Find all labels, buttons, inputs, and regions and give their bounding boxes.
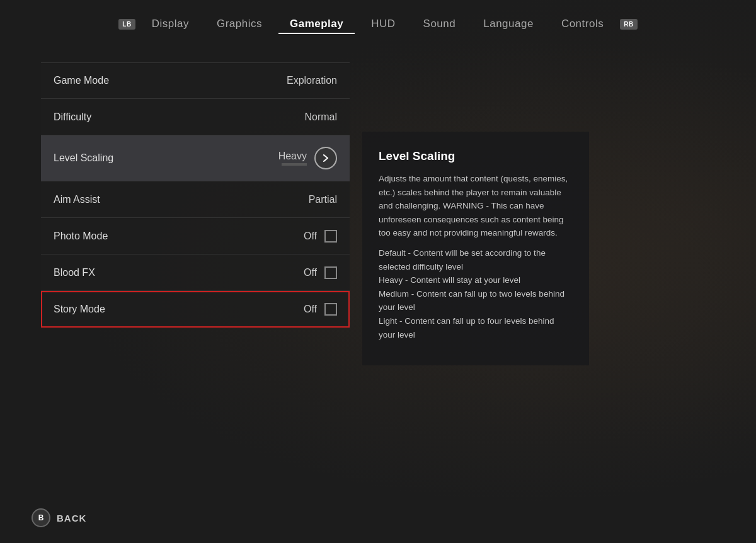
setting-value-difficulty: Normal (304, 111, 337, 123)
info-paragraph-1: Adjusts the amount that content (quests,… (379, 172, 573, 240)
setting-value-game-mode: Exploration (287, 75, 337, 86)
setting-label-aim-assist: Aim Assist (54, 194, 100, 205)
nav-bar: LB Display Graphics Gameplay HUD Sound L… (0, 0, 756, 43)
info-panel-text: Adjusts the amount that content (quests,… (379, 172, 573, 341)
settings-list: Game Mode Exploration Difficulty Normal … (41, 62, 350, 365)
setting-label-photo-mode: Photo Mode (54, 231, 108, 242)
setting-label-story-mode: Story Mode (54, 304, 105, 315)
setting-value-aim-assist: Partial (309, 194, 337, 205)
setting-row-story-mode[interactable]: Story Mode Off (41, 291, 350, 328)
setting-row-game-mode[interactable]: Game Mode Exploration (41, 62, 350, 99)
level-scaling-arrow-btn[interactable] (314, 147, 337, 169)
blood-fx-checkbox[interactable] (324, 266, 337, 279)
setting-row-aim-assist[interactable]: Aim Assist Partial (41, 181, 350, 218)
setting-row-blood-fx[interactable]: Blood FX Off (41, 254, 350, 291)
tab-gameplay[interactable]: Gameplay (278, 14, 355, 34)
tab-language[interactable]: Language (472, 14, 545, 34)
info-paragraph-2: Default - Content will be set according … (379, 246, 573, 341)
setting-label-level-scaling: Level Scaling (54, 152, 113, 164)
photo-mode-checkbox[interactable] (324, 230, 337, 243)
setting-label-difficulty: Difficulty (54, 111, 91, 123)
tab-display[interactable]: Display (140, 14, 200, 34)
setting-value-photo-mode: Off (304, 231, 317, 242)
setting-value-blood-fx: Off (304, 267, 317, 278)
tab-sound[interactable]: Sound (412, 14, 467, 34)
setting-value-area-blood-fx: Off (304, 266, 337, 279)
back-button-label: BACK (57, 513, 86, 523)
setting-row-difficulty[interactable]: Difficulty Normal (41, 99, 350, 135)
setting-value-area-story-mode: Off (304, 303, 337, 316)
setting-value-area-difficulty: Normal (304, 111, 337, 123)
tab-graphics[interactable]: Graphics (205, 14, 273, 34)
slider-indicator (282, 163, 307, 166)
tab-hud[interactable]: HUD (360, 14, 406, 34)
info-panel-title: Level Scaling (379, 149, 573, 163)
tab-controls[interactable]: Controls (550, 14, 615, 34)
right-bumper[interactable]: RB (620, 19, 637, 30)
setting-label-blood-fx: Blood FX (54, 267, 95, 278)
setting-value-area-photo-mode: Off (304, 230, 337, 243)
setting-value-story-mode: Off (304, 304, 317, 315)
setting-row-photo-mode[interactable]: Photo Mode Off (41, 218, 350, 254)
setting-label-game-mode: Game Mode (54, 75, 109, 86)
setting-value-area-game-mode: Exploration (287, 75, 337, 86)
bottom-bar: B BACK (32, 508, 86, 527)
left-bumper[interactable]: LB (118, 19, 135, 30)
setting-value-level-scaling: Heavy (278, 151, 307, 162)
back-button-icon[interactable]: B (32, 508, 50, 527)
setting-value-area-aim-assist: Partial (309, 194, 337, 205)
setting-row-level-scaling[interactable]: Level Scaling Heavy (41, 135, 350, 181)
story-mode-checkbox[interactable] (324, 303, 337, 316)
info-panel: Level Scaling Adjusts the amount that co… (362, 132, 589, 365)
setting-value-area-level-scaling: Heavy (278, 147, 337, 169)
main-area: Game Mode Exploration Difficulty Normal … (0, 43, 756, 365)
